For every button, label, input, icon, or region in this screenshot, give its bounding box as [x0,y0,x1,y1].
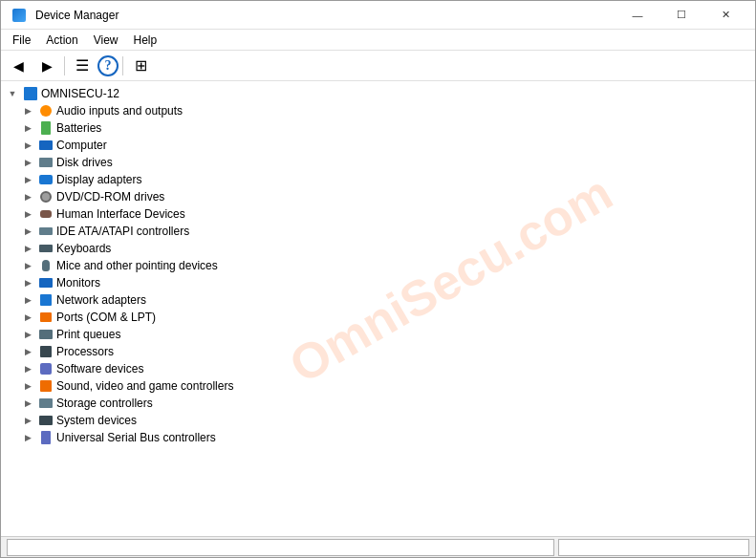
tree-item-computer[interactable]: ▶ Computer [1,137,755,154]
mice-icon [38,258,54,273]
tree-item-processors[interactable]: ▶ Processors [1,343,755,360]
status-bar [1,536,755,557]
ide-expand: ▶ [20,224,35,239]
tree-item-mice[interactable]: ▶ Mice and other pointing devices [1,257,755,274]
dvd-icon [38,189,54,204]
ports-expand: ▶ [20,310,35,325]
batteries-icon [38,120,54,136]
monitors-expand: ▶ [20,275,35,290]
system-icon [38,413,54,428]
device-manager-button[interactable]: ⊞ [127,54,154,78]
processors-icon [38,344,54,359]
ports-label: Ports (COM & LPT) [56,309,156,326]
sound-label: Sound, video and game controllers [56,377,233,395]
tree-view[interactable]: ▼ OMNISECU-12 ▶ Audio inputs and outputs… [1,81,755,536]
tree-item-system[interactable]: ▶ System devices [1,412,755,429]
root-expand-arrow: ▼ [5,86,20,101]
status-panel-right [558,539,749,556]
device-manager-window: Device Manager — ☐ ✕ File Action View He… [0,0,756,558]
tree-item-dvd[interactable]: ▶ DVD/CD-ROM drives [1,188,755,205]
menu-bar: File Action View Help [1,30,755,51]
tree-root[interactable]: ▼ OMNISECU-12 [1,85,755,102]
menu-file[interactable]: File [5,30,38,51]
tree-item-network[interactable]: ▶ Network adapters [1,291,755,309]
tree-item-ide[interactable]: ▶ IDE ATA/ATAPI controllers [1,223,755,240]
software-label: Software devices [56,360,143,377]
audio-label: Audio inputs and outputs [56,102,183,119]
close-button[interactable]: ✕ [703,1,747,30]
root-icon [23,86,38,101]
forward-button[interactable]: ▶ [33,54,60,78]
toolbar-separator-1 [64,56,65,75]
sound-expand: ▶ [20,378,35,394]
title-bar: Device Manager — ☐ ✕ [1,1,755,30]
tree-item-usb[interactable]: ▶ Universal Serial Bus controllers [1,429,755,446]
title-bar-controls: — ☐ ✕ [616,1,747,30]
computer-expand: ▶ [20,138,35,153]
tree-item-display[interactable]: ▶ Display adapters [1,171,755,188]
storage-expand: ▶ [20,396,35,411]
tree-item-ports[interactable]: ▶ Ports (COM & LPT) [1,309,755,326]
back-button[interactable]: ◀ [5,54,32,78]
root-label: OMNISECU-12 [41,85,119,102]
disk-icon [38,155,54,170]
batteries-expand: ▶ [20,120,35,136]
audio-icon [38,103,54,118]
keyboards-expand: ▶ [20,241,35,256]
print-expand: ▶ [20,327,35,342]
network-icon [38,292,54,308]
system-expand: ▶ [20,413,35,428]
display-label: Display adapters [56,171,141,188]
maximize-button[interactable]: ☐ [659,1,703,30]
network-label: Network adapters [56,291,146,309]
tree-item-hid[interactable]: ▶ Human Interface Devices [1,205,755,223]
computer-label: Computer [56,137,107,154]
status-panel-left [7,539,554,556]
hid-expand: ▶ [20,206,35,222]
computer-icon [38,138,54,153]
mice-expand: ▶ [20,258,35,273]
window-title: Device Manager [35,9,119,22]
toolbar: ◀ ▶ ☰ ? ⊞ [1,51,755,81]
menu-help[interactable]: Help [126,30,165,51]
system-label: System devices [56,412,137,429]
usb-icon [38,430,54,445]
display-icon [38,172,54,187]
tree-item-monitors[interactable]: ▶ Monitors [1,274,755,291]
display-expand: ▶ [20,172,35,187]
toolbar-separator-2 [122,56,123,75]
software-expand: ▶ [20,361,35,376]
monitors-icon [38,275,54,290]
menu-view[interactable]: View [86,30,126,51]
monitors-label: Monitors [56,274,100,291]
audio-expand: ▶ [20,103,35,118]
ide-icon [38,224,54,239]
print-label: Print queues [56,326,120,343]
disk-label: Disk drives [56,154,113,171]
ports-icon [38,310,54,325]
processors-label: Processors [56,343,114,360]
storage-label: Storage controllers [56,395,153,412]
properties-button[interactable]: ☰ [69,54,96,78]
title-bar-left: Device Manager [9,8,119,23]
sound-icon [38,378,54,394]
software-icon [38,361,54,376]
dvd-label: DVD/CD-ROM drives [56,188,164,205]
minimize-button[interactable]: — [616,1,659,30]
usb-expand: ▶ [20,430,35,445]
tree-item-print[interactable]: ▶ Print queues [1,326,755,343]
tree-item-keyboards[interactable]: ▶ Keyboards [1,240,755,257]
tree-item-audio[interactable]: ▶ Audio inputs and outputs [1,102,755,119]
processors-expand: ▶ [20,344,35,359]
disk-expand: ▶ [20,155,35,170]
print-icon [38,327,54,342]
keyboards-label: Keyboards [56,240,111,257]
help-button[interactable]: ? [97,55,119,76]
tree-item-batteries[interactable]: ▶ Batteries [1,119,755,137]
usb-label: Universal Serial Bus controllers [56,429,216,446]
tree-item-sound[interactable]: ▶ Sound, video and game controllers [1,377,755,395]
menu-action[interactable]: Action [38,30,85,51]
tree-item-software[interactable]: ▶ Software devices [1,360,755,377]
tree-item-storage[interactable]: ▶ Storage controllers [1,395,755,412]
tree-item-disk[interactable]: ▶ Disk drives [1,154,755,171]
